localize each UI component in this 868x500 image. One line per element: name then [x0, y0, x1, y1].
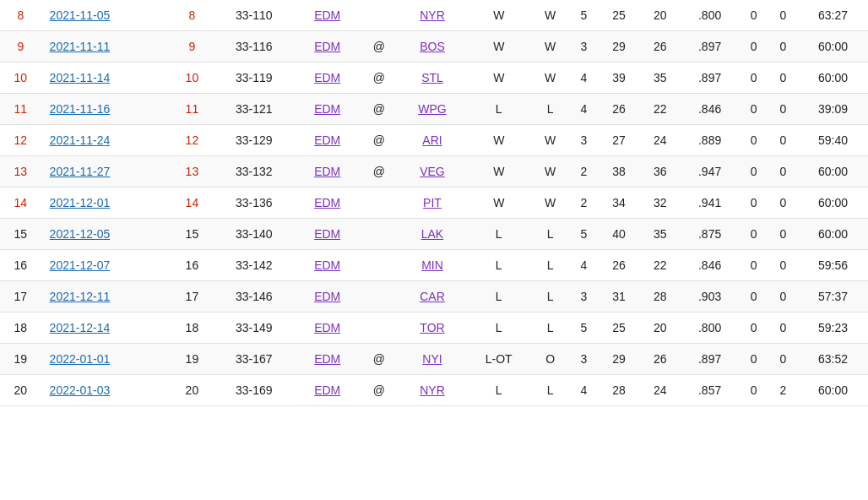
- team-cell[interactable]: EDM: [296, 219, 360, 250]
- result-cell: W: [531, 156, 568, 188]
- team-link[interactable]: EDM: [314, 258, 340, 272]
- date-cell[interactable]: 2021-11-16: [41, 94, 171, 125]
- team-link[interactable]: EDM: [314, 165, 340, 178]
- opp-link[interactable]: VEG: [420, 165, 445, 178]
- dec-cell: L: [466, 312, 531, 344]
- team-link[interactable]: EDM: [314, 352, 340, 366]
- team-link[interactable]: EDM: [314, 8, 340, 22]
- opp-link[interactable]: ARI: [422, 133, 442, 147]
- team-link[interactable]: EDM: [314, 196, 340, 209]
- opp-cell[interactable]: LAK: [399, 219, 466, 250]
- team-cell[interactable]: EDM: [296, 188, 360, 219]
- opp-cell[interactable]: BOS: [399, 31, 466, 62]
- ga-cell: 20: [639, 312, 681, 344]
- opp-link[interactable]: PIT: [423, 196, 442, 209]
- date-cell[interactable]: 2021-12-11: [41, 281, 171, 312]
- team-link[interactable]: EDM: [314, 133, 340, 147]
- team-link[interactable]: EDM: [314, 227, 340, 241]
- opp-cell[interactable]: WPG: [399, 94, 466, 125]
- opp-link[interactable]: NYR: [420, 383, 445, 397]
- team-cell[interactable]: EDM: [296, 62, 360, 94]
- ga-cell: 20: [639, 0, 681, 31]
- team-link[interactable]: EDM: [314, 321, 340, 334]
- team-cell[interactable]: EDM: [296, 312, 360, 344]
- team-cell[interactable]: EDM: [296, 31, 360, 62]
- date-link[interactable]: 2021-12-05: [50, 227, 111, 241]
- opp-cell[interactable]: TOR: [399, 312, 466, 344]
- date-link[interactable]: 2021-11-24: [50, 133, 111, 147]
- team-cell[interactable]: EDM: [296, 125, 360, 156]
- toi-cell: 39:09: [798, 94, 868, 125]
- sv-pct-cell: .846: [681, 94, 739, 125]
- date-cell[interactable]: 2021-12-07: [41, 250, 171, 281]
- date-cell[interactable]: 2021-11-11: [41, 31, 171, 62]
- gm-cell: 8: [171, 0, 213, 31]
- team-cell[interactable]: EDM: [296, 375, 360, 406]
- opp-link[interactable]: CAR: [420, 290, 445, 303]
- opp-link[interactable]: TOR: [420, 321, 444, 334]
- gp-cell: 20: [0, 375, 41, 406]
- date-link[interactable]: 2021-11-16: [50, 102, 111, 116]
- date-link[interactable]: 2021-12-11: [50, 290, 111, 303]
- opp-cell[interactable]: NYR: [399, 375, 466, 406]
- sa-cell: 5: [569, 219, 599, 250]
- opp-link[interactable]: WPG: [418, 102, 446, 116]
- opp-cell[interactable]: MIN: [399, 250, 466, 281]
- date-cell[interactable]: 2022-01-01: [41, 344, 171, 375]
- team-cell[interactable]: EDM: [296, 0, 360, 31]
- opp-link[interactable]: MIN: [421, 258, 443, 272]
- date-link[interactable]: 2021-11-05: [50, 8, 111, 22]
- team-cell[interactable]: EDM: [296, 344, 360, 375]
- opp-link[interactable]: NYI: [422, 352, 442, 366]
- pen-cell: 2: [768, 375, 798, 406]
- gm-cell: 9: [171, 31, 213, 62]
- opp-cell[interactable]: NYI: [399, 344, 466, 375]
- ga-cell: 24: [639, 375, 681, 406]
- opp-cell[interactable]: STL: [399, 62, 466, 94]
- so-cell: 0: [739, 250, 768, 281]
- date-cell[interactable]: 2021-12-14: [41, 312, 171, 344]
- at-cell: @: [360, 94, 399, 125]
- date-link[interactable]: 2021-12-07: [50, 258, 111, 272]
- table-row: 19 2022-01-01 19 33-167 EDM @ NYI L-OT O…: [0, 344, 868, 375]
- pen-cell: 0: [768, 188, 798, 219]
- date-link[interactable]: 2021-11-14: [50, 71, 111, 84]
- opp-link[interactable]: NYR: [420, 8, 445, 22]
- team-link[interactable]: EDM: [314, 290, 340, 303]
- opp-link[interactable]: LAK: [421, 227, 443, 241]
- opp-cell[interactable]: PIT: [399, 188, 466, 219]
- pen-cell: 0: [768, 250, 798, 281]
- sa-cell: 5: [569, 312, 599, 344]
- table-row: 12 2021-11-24 12 33-129 EDM @ ARI W W 3 …: [0, 125, 868, 156]
- opp-cell[interactable]: ARI: [399, 125, 466, 156]
- date-link[interactable]: 2022-01-01: [50, 352, 111, 366]
- team-cell[interactable]: EDM: [296, 250, 360, 281]
- date-link[interactable]: 2021-12-14: [50, 321, 111, 334]
- date-cell[interactable]: 2021-11-14: [41, 62, 171, 94]
- opp-cell[interactable]: NYR: [399, 0, 466, 31]
- team-link[interactable]: EDM: [314, 383, 340, 397]
- opp-link[interactable]: BOS: [420, 40, 445, 53]
- team-link[interactable]: EDM: [314, 71, 340, 84]
- team-cell[interactable]: EDM: [296, 94, 360, 125]
- date-link[interactable]: 2021-11-11: [50, 40, 111, 53]
- date-link[interactable]: 2022-01-03: [50, 383, 111, 397]
- date-link[interactable]: 2021-12-01: [50, 196, 111, 209]
- toi-cell: 59:56: [798, 250, 868, 281]
- date-cell[interactable]: 2022-01-03: [41, 375, 171, 406]
- date-cell[interactable]: 2021-11-05: [41, 0, 171, 31]
- opp-cell[interactable]: CAR: [399, 281, 466, 312]
- date-cell[interactable]: 2021-11-24: [41, 125, 171, 156]
- toi-cell: 57:37: [798, 281, 868, 312]
- date-cell[interactable]: 2021-12-05: [41, 219, 171, 250]
- opp-link[interactable]: STL: [421, 71, 443, 84]
- team-link[interactable]: EDM: [314, 102, 340, 116]
- opp-cell[interactable]: VEG: [399, 156, 466, 188]
- team-cell[interactable]: EDM: [296, 156, 360, 188]
- ga-cell: 24: [639, 125, 681, 156]
- date-cell[interactable]: 2021-11-27: [41, 156, 171, 188]
- team-link[interactable]: EDM: [314, 40, 340, 53]
- date-link[interactable]: 2021-11-27: [50, 165, 111, 178]
- date-cell[interactable]: 2021-12-01: [41, 188, 171, 219]
- team-cell[interactable]: EDM: [296, 281, 360, 312]
